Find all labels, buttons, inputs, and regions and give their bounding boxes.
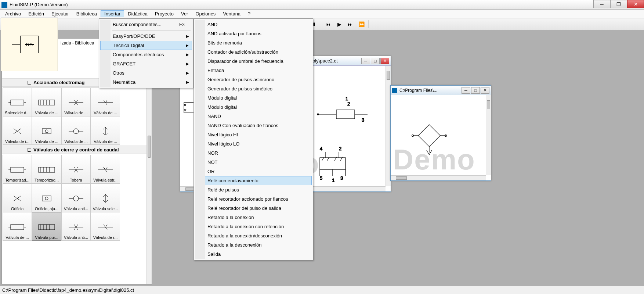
- skip-back-button[interactable]: ⏮: [323, 19, 333, 29]
- menu-item[interactable]: Componentes eléctricos▶: [100, 50, 192, 59]
- menu-item[interactable]: NOR: [195, 148, 312, 158]
- library-component[interactable]: Válvula de ...: [32, 87, 61, 116]
- insertar-menu[interactable]: Buscar componentes...F3EasyPort/OPC/DDE▶…: [99, 18, 193, 88]
- component-symbol: [65, 220, 87, 234]
- library-component[interactable]: Válvula de ...: [91, 116, 120, 145]
- menu-item[interactable]: Retardo a la conexión: [195, 213, 312, 222]
- circuit-window-2[interactable]: C:\Program Files\... ─ □ ✕ Demo: [390, 85, 491, 181]
- menu-item[interactable]: Retardo a la conexión con retención: [195, 222, 312, 231]
- menu-opciones[interactable]: Opciones: [192, 10, 219, 17]
- menu-archivo[interactable]: Archivo: [1, 10, 25, 17]
- scrollbar-thumb[interactable]: [148, 136, 151, 158]
- menu-item[interactable]: Nivel lógico LO: [195, 139, 312, 148]
- menu-item[interactable]: OR: [195, 167, 312, 176]
- library-component[interactable]: Válvula de ...: [32, 116, 61, 145]
- library-component[interactable]: Válvula de ...: [61, 116, 91, 145]
- collapse-icon[interactable]: −: [28, 81, 31, 85]
- menu-item[interactable]: Retardo a la desconexión: [195, 240, 312, 250]
- component-label: Válvula anti...: [63, 206, 89, 212]
- menu-item[interactable]: Bits de memoria: [195, 38, 312, 47]
- menu-item[interactable]: Relé con enclavamiento: [195, 176, 312, 185]
- menu-item[interactable]: Módulo digital: [195, 103, 312, 112]
- menu-ejecutar[interactable]: Ejecutar: [48, 10, 73, 17]
- menu-item[interactable]: NAND Con evaluaciòn de flancos: [195, 121, 312, 130]
- scrollbar-thumb[interactable]: [387, 71, 390, 80]
- menu-item[interactable]: Generador de pulsos simétrico: [195, 84, 312, 93]
- library-component[interactable]: Temporizad...: [3, 155, 32, 183]
- minimize-button[interactable]: ─: [361, 58, 370, 64]
- vertical-scrollbar[interactable]: [386, 66, 391, 186]
- menu-item[interactable]: Relé de pulsos: [195, 185, 312, 194]
- window-header[interactable]: C:\Program Files\... ─ □ ✕: [391, 86, 491, 95]
- scrollbar-thumb[interactable]: [396, 176, 407, 180]
- vertical-scrollbar[interactable]: [486, 95, 491, 175]
- collapse-icon[interactable]: −: [28, 148, 31, 152]
- menu-item[interactable]: Otros▶: [100, 68, 192, 78]
- menu-item[interactable]: Módulo digital: [195, 93, 312, 103]
- maximize-button[interactable]: ❐: [610, 0, 627, 8]
- menu-proyecto[interactable]: Proyecto: [151, 10, 177, 17]
- minimize-button[interactable]: ─: [593, 0, 610, 8]
- library-component[interactable]: Válvula anti...: [61, 212, 91, 241]
- menu-item[interactable]: Contador de adición/substracción: [195, 47, 312, 57]
- menu-item[interactable]: Entrada: [195, 66, 312, 75]
- menu-item[interactable]: Neumática▶: [100, 78, 192, 87]
- menu-item[interactable]: Retardo a la conexión/desconexión: [195, 231, 312, 240]
- library-component[interactable]: Orificio: [3, 183, 32, 212]
- close-button[interactable]: ✕: [627, 0, 644, 8]
- skip-fwd-button[interactable]: ⏭: [345, 19, 355, 29]
- library-component[interactable]: Temporizad...: [32, 155, 61, 183]
- component-symbol: [6, 95, 28, 110]
- menu-insertar[interactable]: Insertar: [101, 10, 124, 17]
- component-symbol: [36, 162, 58, 177]
- menu-item[interactable]: GRAFCET▶: [100, 59, 192, 68]
- library-component[interactable]: Válvula de i...: [3, 116, 32, 145]
- menu-item[interactable]: Salida: [195, 250, 312, 259]
- circuit-canvas[interactable]: Demo: [391, 95, 486, 175]
- menu-biblioteca[interactable]: Biblioteca: [73, 10, 101, 17]
- library-component[interactable]: Tobera: [61, 155, 91, 183]
- scrollbar-thumb[interactable]: [487, 100, 490, 109]
- minimize-button[interactable]: ─: [462, 87, 470, 94]
- svg-text:2: 2: [347, 101, 350, 107]
- component-preview-tooltip: RS: [1, 18, 58, 71]
- horizontal-scrollbar[interactable]: [391, 175, 486, 180]
- library-component[interactable]: Válvula de ...: [91, 87, 120, 116]
- fast-fwd-button[interactable]: ⏩: [357, 19, 366, 29]
- maximize-button[interactable]: □: [471, 87, 480, 94]
- menu-item[interactable]: EasyPort/OPC/DDE▶: [100, 32, 192, 41]
- library-component[interactable]: Válvula anti...: [61, 183, 91, 212]
- library-component[interactable]: Válvula pur...: [32, 212, 61, 241]
- menu-ver[interactable]: Ver: [177, 10, 192, 17]
- library-component[interactable]: Válvula de ...: [3, 212, 32, 241]
- menu-item[interactable]: Generador de pulsos asíncrono: [195, 75, 312, 84]
- library-component[interactable]: Válvula sele...: [91, 183, 120, 212]
- menu-item[interactable]: Técnica Digital▶: [100, 41, 192, 50]
- menu-item[interactable]: AND activada por flancos: [195, 29, 312, 38]
- close-button[interactable]: ✕: [481, 87, 489, 94]
- play-button[interactable]: ▶: [334, 19, 344, 29]
- menu-didáctica[interactable]: Didáctica: [124, 10, 151, 17]
- menu-edición[interactable]: Edición: [25, 10, 48, 17]
- menu-item[interactable]: NOT: [195, 158, 312, 167]
- component-label: Válvula de ...: [5, 234, 30, 240]
- menu-item[interactable]: Disparador de umbral de frecuencia: [195, 57, 312, 66]
- menu-item[interactable]: AND: [195, 20, 312, 29]
- menu-item[interactable]: Relé recortador del pulso de salida: [195, 204, 312, 213]
- library-component[interactable]: Válvula estr...: [91, 155, 120, 183]
- library-component[interactable]: Orificio, aju...: [32, 183, 61, 212]
- menu-item[interactable]: NAND: [195, 112, 312, 121]
- close-button[interactable]: ✕: [380, 58, 389, 64]
- menu-item[interactable]: Buscar componentes...F3: [100, 20, 192, 29]
- menu-?[interactable]: ?: [244, 10, 254, 17]
- component-symbol: [65, 191, 87, 206]
- library-component[interactable]: Válvula de r...: [91, 212, 120, 241]
- tecnica-digital-submenu[interactable]: ANDAND activada por flancosBits de memor…: [193, 18, 313, 260]
- maximize-button[interactable]: □: [371, 58, 380, 64]
- library-component[interactable]: Solenoide d...: [3, 87, 32, 116]
- menu-item[interactable]: Nivel lógico HI: [195, 130, 312, 139]
- library-component[interactable]: Válvula de ...: [61, 87, 91, 116]
- menu-item[interactable]: Relé recortador accionado por flancos: [195, 194, 312, 204]
- menu-ventana[interactable]: Ventana: [219, 10, 244, 17]
- library-group-header[interactable]: −Válvulas de cierre y control de caudal: [2, 146, 146, 154]
